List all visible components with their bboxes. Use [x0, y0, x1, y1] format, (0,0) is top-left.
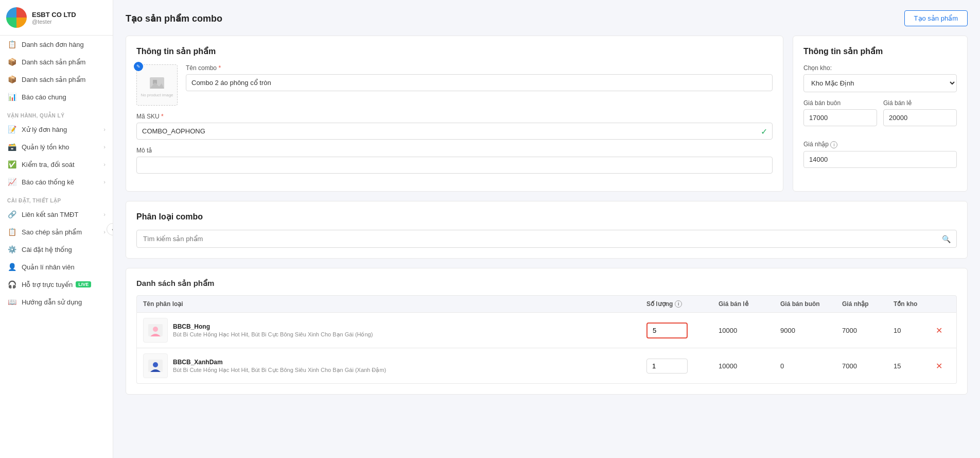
sidebar-item-sao-chep[interactable]: 📋 Sao chép sản phẩm ›	[0, 223, 113, 241]
company-user: @tester	[32, 19, 76, 25]
col-gia-ban-le: Giá bán lẻ	[719, 300, 780, 308]
chevron-icon: ›	[103, 229, 106, 235]
chevron-icon: ›	[103, 211, 106, 217]
sidebar-item-reports[interactable]: 📊 Báo cáo chung	[0, 88, 113, 106]
sidebar-item-label: Danh sách đơn hàng	[22, 41, 84, 48]
product-info-2: BBCB_XanhDam Bút Bi Cute Hồng Hạc Hot Hi…	[173, 359, 386, 374]
bao-cao-icon: 📈	[7, 178, 16, 186]
sidebar-item-label: Sao chép sản phẩm	[22, 228, 82, 236]
sidebar-item-orders-list[interactable]: 📋 Danh sách đơn hàng	[0, 36, 113, 53]
remove-button-1[interactable]: ✕	[935, 325, 943, 336]
remove-cell-1: ✕	[935, 325, 950, 336]
remove-button-2[interactable]: ✕	[935, 360, 943, 372]
svg-point-4	[153, 327, 158, 332]
gia-nhap-info-icon[interactable]: i	[830, 141, 837, 148]
sidebar-item-lien-ket-tmdt[interactable]: 🔗 Liên kết sàn TMĐT ›	[0, 206, 113, 223]
section-cai-dat: CÀI ĐẶT, THIẾT LẬP	[0, 191, 113, 206]
sidebar-item-bao-cao-thong-ke[interactable]: 📈 Báo cáo thống kê ›	[0, 173, 113, 191]
gia-ban-le-input[interactable]	[883, 109, 957, 126]
col-ten-phan-loai: Tên phân loại	[143, 300, 646, 308]
sidebar-item-ho-tro-truc-tuyen[interactable]: 🎧 Hỗ trợ trực tuyến LIVE	[0, 276, 113, 293]
gia-nhap-label: Giá nhập i	[803, 141, 957, 148]
sidebar-item-products-2[interactable]: 📦 Danh sách sản phẩm	[0, 71, 113, 88]
gia-ban-le-label: Giá bán lẻ	[883, 99, 957, 107]
product-list-card: Danh sách sản phẩm Tên phân loại Số lượn…	[126, 268, 968, 395]
gia-ban-buon-2: 0	[780, 362, 842, 370]
product-info-right-card: Thông tin sản phẩm Chọn kho: Kho Mặc Địn…	[793, 36, 968, 192]
sidebar-item-label: Quản lí nhân viên	[22, 263, 75, 271]
sidebar-header: ESBT CO LTD @tester	[0, 0, 113, 36]
gia-ban-buon-input[interactable]	[803, 109, 877, 126]
product-image-row: ✎ No product image Tên combo *	[136, 64, 773, 106]
qty-cell-2	[646, 359, 719, 374]
product-thumb-1	[143, 318, 168, 343]
sidebar-item-quan-ly-ton-kho[interactable]: 🗃️ Quản lý tồn kho ›	[0, 138, 113, 156]
product-info-title: Thông tin sản phẩm	[136, 46, 773, 56]
chon-kho-label: Chọn kho:	[803, 64, 957, 72]
chevron-icon: ›	[103, 144, 106, 150]
product-name-1: BBCB_Hong	[173, 323, 373, 330]
qty-input-2[interactable]	[646, 359, 688, 374]
ma-sku-group: Mã SKU * ✓	[136, 113, 773, 140]
sidebar-item-label: Kiểm tra, đối soát	[22, 161, 75, 168]
sidebar-item-label: Danh sách sản phẩm	[22, 76, 85, 83]
so-luong-info-icon[interactable]: i	[675, 300, 682, 308]
live-badge: LIVE	[76, 281, 91, 287]
sidebar-item-label: Danh sách sản phẩm	[22, 58, 85, 66]
table-header: Tên phân loại Số lượng i Giá bán lẻ Giá …	[136, 295, 957, 313]
ton-kho-2: 15	[894, 362, 935, 370]
sidebar-item-cai-dat-he-thong[interactable]: ⚙️ Cài đặt hệ thống	[0, 241, 113, 258]
orders-icon: 📋	[7, 40, 16, 48]
product-desc-2: Bút Bi Cute Hồng Hạc Hot Hit, Bút Bi Cực…	[173, 367, 386, 374]
sidebar-item-xu-ly-don-hang[interactable]: 📝 Xử lý đơn hàng ›	[0, 121, 113, 138]
chon-kho-select[interactable]: Kho Mặc Định	[803, 74, 957, 92]
product-image-label: No product image	[141, 93, 173, 97]
ten-combo-group: Tên combo *	[186, 64, 773, 98]
ma-sku-input[interactable]	[136, 123, 773, 140]
sao-chep-icon: 📋	[7, 228, 16, 236]
qty-cell-1	[646, 323, 719, 338]
chevron-icon: ›	[103, 179, 106, 185]
ma-sku-input-wrap: ✓	[136, 123, 773, 140]
qty-input-1[interactable]	[646, 323, 688, 338]
create-product-button[interactable]: Tạo sản phẩm	[904, 10, 968, 26]
nhan-vien-icon: 👤	[7, 263, 16, 271]
combo-search-input[interactable]	[136, 230, 957, 248]
sidebar-item-label: Quản lý tồn kho	[22, 143, 69, 151]
col-gia-nhap: Giá nhập	[842, 300, 894, 308]
sidebar-item-huong-dan[interactable]: 📖 Hướng dẫn sử dụng	[0, 293, 113, 311]
gia-ban-le-1: 10000	[719, 327, 780, 334]
ton-kho-icon: 🗃️	[7, 143, 16, 151]
reports-icon: 📊	[7, 93, 16, 101]
sidebar-item-quan-li-nhan-vien[interactable]: 👤 Quản lí nhân viên	[0, 258, 113, 276]
sidebar-item-products-1[interactable]: 📦 Danh sách sản phẩm	[0, 53, 113, 71]
col-action	[935, 300, 950, 308]
combo-search-wrap: 🔍	[136, 230, 957, 248]
gia-nhap-group: Giá nhập i	[803, 141, 957, 168]
gia-ban-buon-label: Giá bán buôn	[803, 99, 877, 107]
sidebar: ESBT CO LTD @tester 📋 Danh sách đơn hàng…	[0, 0, 113, 458]
sidebar-item-label: Hỗ trợ trực tuyến	[22, 281, 73, 289]
remove-cell-2: ✕	[935, 360, 950, 372]
table-row: BBCB_Hong Bút Bi Cute Hồng Hạc Hot Hit, …	[136, 313, 957, 348]
huong-dan-icon: 📖	[7, 298, 16, 306]
sidebar-item-kiem-tra[interactable]: ✅ Kiểm tra, đối soát ›	[0, 156, 113, 173]
gia-ban-le-group: Giá bán lẻ	[883, 99, 957, 133]
ma-sku-label: Mã SKU *	[136, 113, 773, 120]
products-icon: 📦	[7, 58, 16, 66]
col-so-luong: Số lượng i	[646, 300, 719, 308]
gia-nhap-input[interactable]	[803, 151, 957, 168]
ho-tro-icon: 🎧	[7, 280, 16, 289]
product-image-box[interactable]: ✎ No product image	[136, 64, 178, 106]
products-icon-2: 📦	[7, 75, 16, 83]
ten-combo-input[interactable]	[186, 74, 773, 91]
chon-kho-group: Chọn kho: Kho Mặc Định	[803, 64, 957, 92]
product-cell-1: BBCB_Hong Bút Bi Cute Hồng Hạc Hot Hit, …	[143, 318, 646, 343]
page-title: Tạo sản phẩm combo	[126, 13, 222, 24]
chevron-icon: ›	[103, 126, 106, 132]
product-list-title: Danh sách sản phẩm	[136, 279, 957, 288]
section-van-hanh: VẬN HÀNH, QUẢN LÝ	[0, 106, 113, 121]
edit-badge: ✎	[134, 62, 143, 71]
price-row: Giá bán buôn Giá bán lẻ	[803, 99, 957, 133]
mo-ta-input[interactable]	[136, 157, 773, 174]
